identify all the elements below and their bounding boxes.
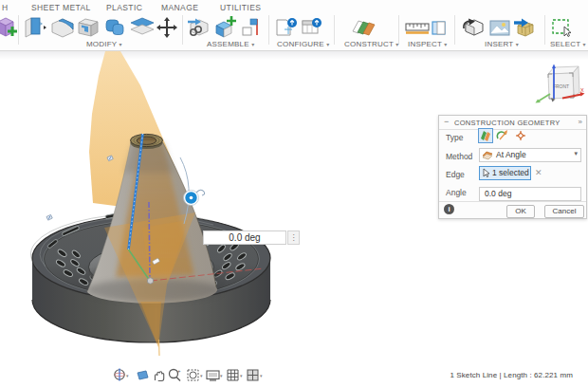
svg-text:▾: ▾ bbox=[220, 373, 223, 378]
svg-text:X: X bbox=[580, 87, 584, 93]
svg-text:▾: ▾ bbox=[126, 373, 129, 378]
svg-text:▾: ▾ bbox=[200, 373, 203, 378]
svg-text:FRONT: FRONT bbox=[553, 83, 569, 89]
svg-text:▾: ▾ bbox=[260, 373, 263, 378]
svg-text:▾: ▾ bbox=[240, 373, 243, 378]
svg-text:+: + bbox=[177, 368, 181, 374]
